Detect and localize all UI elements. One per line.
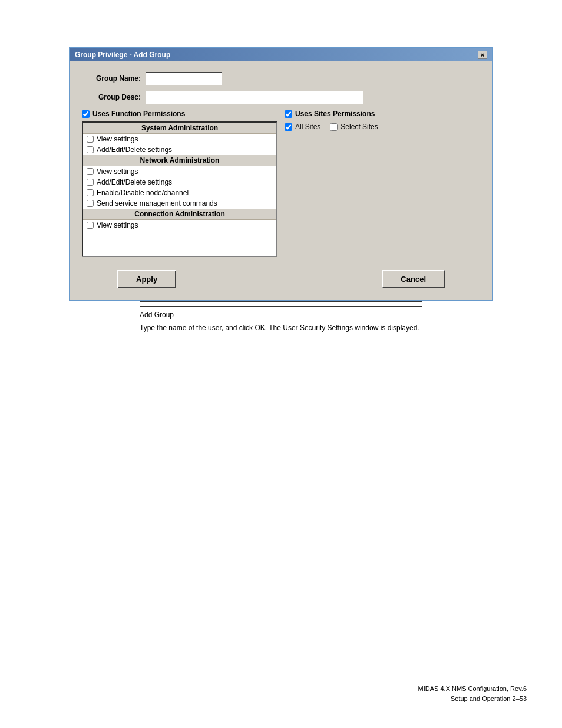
dialog-footer: Apply Cancel	[82, 270, 480, 288]
group-name-input[interactable]	[146, 72, 222, 85]
perm-view-settings-3: View settings	[83, 220, 276, 230]
category-network-admin: Network Administration	[83, 155, 276, 166]
checkbox-add-edit-delete-2[interactable]	[87, 179, 94, 186]
uses-sites-permissions-checkbox[interactable]	[285, 110, 292, 118]
group-desc-row: Group Desc:	[82, 91, 480, 104]
dialog-body: Group Name: Group Desc: Uses Function Pe…	[70, 61, 492, 300]
sites-options: All Sites Select Sites	[285, 123, 480, 131]
caption-text: Type the name of the user, and click OK.…	[140, 322, 422, 333]
uses-sites-permissions-label[interactable]: Uses Sites Permissions	[285, 110, 375, 118]
apply-button[interactable]: Apply	[117, 270, 176, 288]
perm-send-service: Send service management commands	[83, 198, 276, 209]
category-connection-admin: Connection Administration	[83, 209, 276, 220]
group-name-row: Group Name:	[82, 72, 480, 85]
checkbox-enable-disable[interactable]	[87, 189, 94, 196]
permissions-list[interactable]: System Administration View settings Add/…	[82, 121, 277, 257]
perm-add-edit-delete-2: Add/Edit/Delete settings	[83, 177, 276, 187]
select-sites-checkbox[interactable]	[330, 123, 338, 131]
perm-view-settings-1: View settings	[83, 134, 276, 144]
dialog-window: Group Privilege - Add Group × Group Name…	[69, 47, 493, 301]
checkbox-view-settings-1[interactable]	[87, 136, 94, 143]
perm-view-settings-2: View settings	[83, 166, 276, 177]
sites-permissions-panel: Uses Sites Permissions All Sites Select …	[285, 110, 480, 257]
footer-line1: MIDAS 4.X NMS Configuration, Rev.6	[418, 684, 527, 694]
all-sites-option[interactable]: All Sites	[285, 123, 320, 131]
all-sites-checkbox[interactable]	[285, 123, 292, 131]
cancel-button[interactable]: Cancel	[382, 270, 445, 288]
function-permissions-panel: Uses Function Permissions System Adminis…	[82, 110, 277, 257]
uses-function-permissions-label[interactable]: Uses Function Permissions	[82, 110, 185, 118]
dialog-title: Group Privilege - Add Group	[75, 51, 170, 59]
select-sites-option[interactable]: Select Sites	[330, 123, 378, 131]
page-footer: MIDAS 4.X NMS Configuration, Rev.6 Setup…	[418, 684, 527, 704]
footer-line2: Setup and Operation 2–53	[418, 694, 527, 704]
category-system-admin: System Administration	[83, 123, 276, 134]
checkbox-send-service[interactable]	[87, 200, 94, 207]
group-name-label: Group Name:	[82, 74, 141, 83]
caption-title: Add Group	[140, 311, 422, 319]
perm-add-edit-delete-1: Add/Edit/Delete settings	[83, 144, 276, 155]
group-desc-label: Group Desc:	[82, 93, 141, 101]
caption-area: Add Group Type the name of the user, and…	[140, 301, 422, 333]
function-perm-header: Uses Function Permissions	[82, 110, 277, 118]
checkbox-view-settings-2[interactable]	[87, 168, 94, 175]
group-desc-input[interactable]	[146, 91, 363, 104]
sites-perm-header: Uses Sites Permissions	[285, 110, 480, 118]
page-wrapper: Group Privilege - Add Group × Group Name…	[0, 0, 562, 357]
checkbox-add-edit-delete-1[interactable]	[87, 146, 94, 153]
perm-enable-disable: Enable/Disable node/channel	[83, 187, 276, 198]
checkbox-view-settings-3[interactable]	[87, 222, 94, 229]
uses-function-permissions-checkbox[interactable]	[82, 110, 90, 118]
dialog-titlebar: Group Privilege - Add Group ×	[70, 48, 492, 61]
close-button[interactable]: ×	[478, 51, 487, 59]
permissions-section: Uses Function Permissions System Adminis…	[82, 110, 480, 257]
